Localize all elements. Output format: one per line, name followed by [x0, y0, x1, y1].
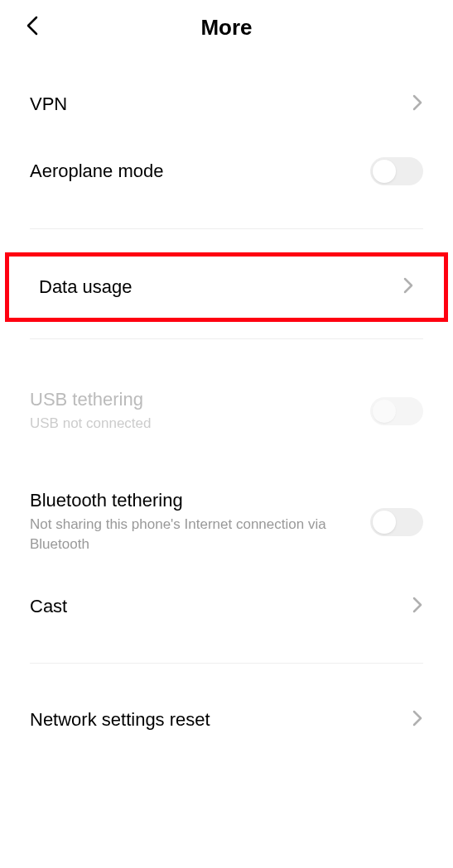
item-bluetooth-tethering-sublabel: Not sharing this phone's Internet connec… [30, 515, 357, 554]
item-bluetooth-tethering[interactable]: Bluetooth tethering Not sharing this pho… [0, 470, 453, 574]
item-vpn-label: VPN [30, 94, 398, 115]
chevron-left-icon [25, 14, 41, 37]
item-aeroplane-mode[interactable]: Aeroplane mode [0, 137, 453, 205]
item-data-usage[interactable]: Data usage [5, 252, 448, 322]
usb-tethering-toggle [370, 397, 423, 425]
content: VPN Aeroplane mode Data usage [0, 55, 453, 753]
item-usb-tethering: USB tethering USB not connected [0, 369, 453, 453]
item-data-usage-label: Data usage [39, 276, 389, 298]
toggle-knob [373, 160, 396, 183]
aeroplane-toggle[interactable] [370, 157, 423, 185]
item-usb-tethering-sublabel: USB not connected [30, 414, 357, 434]
chevron-right-icon [412, 596, 423, 617]
item-network-reset[interactable]: Network settings reset [0, 687, 453, 753]
item-bluetooth-tethering-label: Bluetooth tethering [30, 490, 357, 511]
chevron-right-icon [402, 276, 414, 298]
item-aeroplane-label: Aeroplane mode [30, 161, 357, 182]
item-cast-label: Cast [30, 596, 398, 617]
back-button[interactable] [25, 14, 41, 41]
toggle-knob [373, 400, 396, 423]
toggle-knob [373, 511, 396, 534]
item-vpn[interactable]: VPN [0, 71, 453, 137]
item-usb-tethering-label: USB tethering [30, 389, 357, 410]
item-network-reset-label: Network settings reset [30, 709, 398, 731]
chevron-right-icon [412, 709, 423, 731]
header: More [0, 0, 453, 55]
item-cast[interactable]: Cast [0, 573, 453, 640]
bluetooth-tethering-toggle[interactable] [370, 508, 423, 536]
chevron-right-icon [412, 94, 423, 115]
page-title: More [17, 15, 436, 41]
